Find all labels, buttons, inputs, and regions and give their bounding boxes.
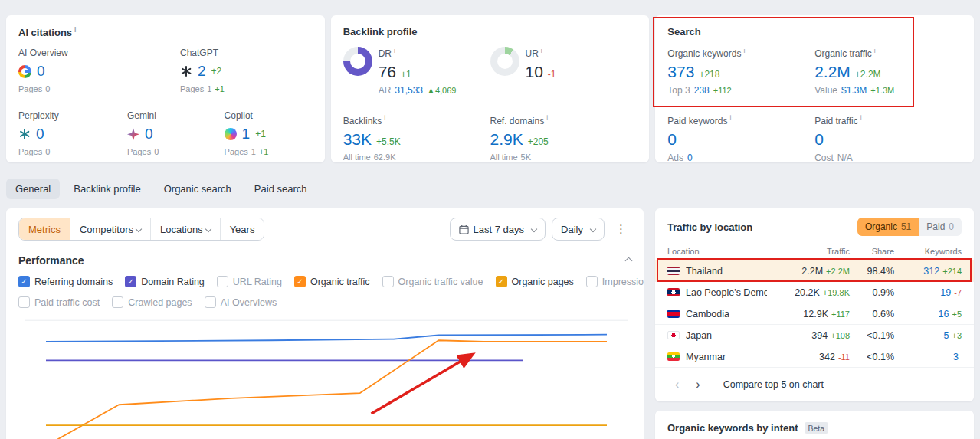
dr-donut-chart xyxy=(343,47,372,76)
organic-keywords-value[interactable]: 373 xyxy=(667,63,694,80)
chevron-down-icon xyxy=(531,226,537,232)
organic-traffic-value[interactable]: 2.2M xyxy=(814,63,851,80)
ads-value-link[interactable]: 0 xyxy=(687,152,693,163)
checkbox-icon: ✓ xyxy=(496,276,507,287)
ai-item-name: AI Overview xyxy=(18,48,180,58)
ai-item-value[interactable]: 2 xyxy=(198,63,206,80)
date-range-dropdown[interactable]: Last 7 days xyxy=(450,218,546,241)
chevron-down-icon xyxy=(590,226,596,232)
performance-heading: Performance xyxy=(18,254,84,267)
info-icon: i xyxy=(394,47,395,54)
myanmar-flag-icon xyxy=(667,352,680,361)
intent-title: Organic keywords by intent xyxy=(667,422,798,434)
performance-panel: Metrics Competitors Locations Years Last… xyxy=(6,208,644,439)
locations-dropdown[interactable]: Locations xyxy=(151,218,221,240)
metrics-button[interactable]: Metrics xyxy=(19,218,70,240)
search-title: Search xyxy=(667,26,962,38)
backlinks-value[interactable]: 33K xyxy=(343,130,372,148)
location-row-thailand[interactable]: Thailand 2.2M+2.2M 98.4% 312+214 xyxy=(655,260,974,282)
metric-toggles-row-2: Paid traffic cost Crawled pages AI Overv… xyxy=(18,296,631,308)
metric-checkbox-ai-overviews[interactable]: AI Overviews xyxy=(205,296,277,308)
performance-chart[interactable] xyxy=(18,314,631,439)
gemini-icon xyxy=(127,128,139,140)
info-icon: i xyxy=(729,114,731,122)
ur-donut-chart xyxy=(490,47,519,76)
organic-toggle[interactable]: Organic51 xyxy=(857,218,919,236)
checkbox-icon xyxy=(205,296,216,308)
overview-tabs: General Backlink profile Organic search … xyxy=(6,179,316,199)
metric-checkbox-organic-traffic-value[interactable]: Organic traffic value xyxy=(382,276,483,287)
location-row-laos[interactable]: Lao People's Democratic Reput 20.2K+19.8… xyxy=(655,282,974,303)
more-options-button[interactable]: ⋮ xyxy=(611,221,631,238)
collapse-chevron-icon[interactable] xyxy=(625,257,633,264)
paid-toggle[interactable]: Paid0 xyxy=(919,218,962,236)
ai-citation-item-gemini: Gemini 0 Pages0 xyxy=(127,110,225,156)
info-icon: i xyxy=(384,114,385,122)
metric-checkbox-impressions[interactable]: Impressions xyxy=(586,276,644,287)
metric-checkbox-domain-rating[interactable]: ✓Domain Rating xyxy=(125,276,205,287)
years-button[interactable]: Years xyxy=(221,218,264,240)
tab-general[interactable]: General xyxy=(6,179,60,199)
dr-value: 76 xyxy=(379,63,396,80)
checkbox-icon xyxy=(586,276,598,287)
ur-value: 10 xyxy=(526,63,543,80)
metric-checkbox-paid-traffic-cost[interactable]: Paid traffic cost xyxy=(18,296,100,308)
location-row-japan[interactable]: Japan 394+108 <0.1% 5+3 xyxy=(655,325,974,346)
traffic-value-link[interactable]: $1.3M xyxy=(841,85,867,96)
keywords-link[interactable]: 16 xyxy=(939,309,949,319)
metric-toggles-row-1: ✓Referring domains ✓Domain Rating URL Ra… xyxy=(18,276,631,287)
metric-checkbox-organic-traffic[interactable]: ✓Organic traffic xyxy=(294,276,370,287)
checkbox-icon: ✓ xyxy=(18,276,30,287)
prev-page-button[interactable]: ‹ xyxy=(669,377,685,392)
ai-item-value[interactable]: 0 xyxy=(37,63,45,80)
competitors-dropdown[interactable]: Competitors xyxy=(70,218,151,240)
tab-backlink-profile[interactable]: Backlink profile xyxy=(64,179,149,199)
keywords-link[interactable]: 3 xyxy=(953,352,959,362)
keywords-link[interactable]: 19 xyxy=(940,287,951,298)
organic-paid-toggle: Organic51 Paid0 xyxy=(857,218,962,236)
checkbox-icon xyxy=(18,296,30,308)
backlink-profile-title: Backlink profile xyxy=(343,26,637,38)
keywords-link[interactable]: 312 xyxy=(923,266,939,277)
granularity-dropdown[interactable]: Daily xyxy=(552,218,605,241)
ai-item-name: Copilot xyxy=(225,110,313,121)
japan-flag-icon xyxy=(667,331,680,339)
location-row-cambodia[interactable]: Cambodia 12.9K+117 0.6% 16+5 xyxy=(655,303,974,325)
paid-traffic-value[interactable]: 0 xyxy=(814,130,824,148)
next-page-button[interactable]: › xyxy=(690,377,706,392)
ai-citations-card: AI citationsi AI Overview 0 Pages0 ChatG… xyxy=(6,15,325,162)
metric-checkbox-url-rating[interactable]: URL Rating xyxy=(217,276,282,287)
top3-value-link[interactable]: 238 xyxy=(694,85,710,96)
metric-checkbox-organic-pages[interactable]: ✓Organic pages xyxy=(496,276,574,287)
tab-organic-search[interactable]: Organic search xyxy=(155,179,241,199)
paid-keywords-value[interactable]: 0 xyxy=(667,130,677,148)
metric-checkbox-referring-domains[interactable]: ✓Referring domains xyxy=(18,276,113,287)
traffic-by-location-title: Traffic by location xyxy=(667,221,752,233)
overview-cards-row: AI citationsi AI Overview 0 Pages0 ChatG… xyxy=(6,15,974,162)
organic-traffic-block: Organic traffici 2.2M+2.2M Value$1.3M+1.… xyxy=(814,47,962,96)
keywords-link[interactable]: 5 xyxy=(944,330,949,341)
ref-domains-block: Ref. domainsi 2.9K+205 All time5K xyxy=(490,114,637,162)
ai-item-value[interactable]: 1 xyxy=(242,126,251,143)
location-table: Location Traffic Share Keywords Thailand… xyxy=(655,242,974,368)
thailand-flag-icon xyxy=(667,267,680,275)
info-icon: i xyxy=(860,114,862,122)
beta-badge: Beta xyxy=(805,422,829,434)
ai-item-name: ChatGPT xyxy=(180,48,313,58)
compare-top5-link[interactable]: Compare top 5 on chart xyxy=(723,379,824,390)
location-row-myanmar[interactable]: Myanmar 342-11 <0.1% 3 xyxy=(655,346,974,368)
checkbox-icon xyxy=(382,276,394,287)
ar-value-link[interactable]: 31,533 xyxy=(395,85,423,96)
ref-domains-value[interactable]: 2.9K xyxy=(490,130,523,148)
paid-traffic-block: Paid traffici 0 CostN/A xyxy=(814,114,962,163)
ai-item-value[interactable]: 0 xyxy=(36,126,44,143)
organic-keywords-block: Organic keywordsi 373+218 Top 3238+112 xyxy=(667,47,814,96)
traffic-by-location-panel: Traffic by location Organic51 Paid0 Loca… xyxy=(655,208,974,401)
ai-item-value[interactable]: 0 xyxy=(145,126,153,143)
metric-checkbox-crawled-pages[interactable]: Crawled pages xyxy=(112,296,192,308)
chevron-down-icon xyxy=(205,226,211,232)
ai-citations-title: AI citationsi xyxy=(18,26,313,38)
checkbox-icon xyxy=(217,276,228,287)
tab-paid-search[interactable]: Paid search xyxy=(245,179,316,199)
calendar-icon xyxy=(459,224,469,234)
